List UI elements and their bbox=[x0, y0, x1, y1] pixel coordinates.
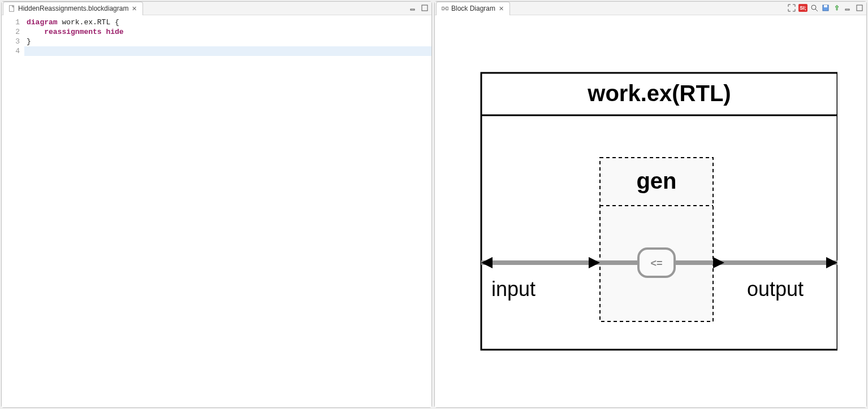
line-number: 2 bbox=[4, 27, 20, 37]
line-number: 4 bbox=[4, 46, 20, 56]
close-icon[interactable]: ✕ bbox=[131, 5, 138, 12]
minimize-icon[interactable] bbox=[409, 3, 418, 12]
gen-label: gen bbox=[636, 168, 676, 193]
svg-rect-11 bbox=[857, 5, 862, 11]
editor-pane: HiddenReassignments.blockdiagram ✕ 1234 … bbox=[1, 1, 432, 408]
operator-label: <= bbox=[650, 258, 662, 269]
block-diagram-svg: work.ex(RTL) gen <= input output bbox=[464, 62, 837, 361]
svg-rect-2 bbox=[422, 5, 427, 11]
si-badge-icon[interactable]: SI; bbox=[798, 4, 807, 12]
code-area[interactable]: diagram work.ex.RTL { reassignments hide… bbox=[24, 15, 431, 407]
file-icon bbox=[8, 5, 16, 12]
code-line[interactable] bbox=[27, 46, 429, 56]
tab-label: HiddenReassignments.blockdiagram bbox=[18, 5, 128, 12]
input-label: input bbox=[491, 277, 536, 301]
minimize-icon[interactable] bbox=[844, 3, 853, 12]
diagram-title: work.ex(RTL) bbox=[587, 81, 731, 106]
svg-point-6 bbox=[811, 5, 816, 10]
tab-blockdiagram-file[interactable]: HiddenReassignments.blockdiagram ✕ bbox=[3, 2, 143, 15]
zoom-icon[interactable] bbox=[810, 3, 819, 12]
diagram-icon bbox=[441, 5, 449, 12]
code-editor[interactable]: 1234 diagram work.ex.RTL { reassignments… bbox=[2, 15, 431, 407]
fit-icon[interactable] bbox=[787, 3, 796, 12]
svg-line-7 bbox=[815, 9, 818, 11]
svg-rect-4 bbox=[446, 7, 448, 10]
editor-tabbar: HiddenReassignments.blockdiagram ✕ bbox=[2, 2, 431, 15]
save-icon[interactable] bbox=[821, 3, 830, 12]
editor-tab-controls bbox=[409, 3, 429, 12]
code-line[interactable]: } bbox=[27, 37, 429, 46]
svg-rect-9 bbox=[824, 5, 827, 7]
line-number: 1 bbox=[4, 18, 20, 27]
svg-rect-10 bbox=[845, 9, 849, 10]
code-line[interactable]: diagram work.ex.RTL { bbox=[27, 18, 429, 27]
diagram-canvas[interactable]: work.ex(RTL) gen <= input output bbox=[435, 15, 866, 407]
diagram-tabbar: Block Diagram ✕ SI; bbox=[435, 2, 866, 15]
close-icon[interactable]: ✕ bbox=[498, 5, 505, 12]
diagram-pane: Block Diagram ✕ SI; bbox=[434, 1, 867, 408]
svg-rect-1 bbox=[411, 9, 414, 10]
line-number: 3 bbox=[4, 37, 20, 46]
tab-label: Block Diagram bbox=[451, 5, 495, 12]
maximize-icon[interactable] bbox=[855, 3, 864, 12]
tab-block-diagram[interactable]: Block Diagram ✕ bbox=[436, 2, 510, 15]
diagram-toolbar: SI; bbox=[787, 3, 864, 12]
output-label: output bbox=[747, 277, 804, 301]
code-line[interactable]: reassignments hide bbox=[27, 27, 429, 37]
line-gutter: 1234 bbox=[2, 15, 24, 407]
svg-rect-3 bbox=[442, 7, 444, 10]
pin-icon[interactable] bbox=[832, 3, 841, 12]
maximize-icon[interactable] bbox=[420, 3, 429, 12]
